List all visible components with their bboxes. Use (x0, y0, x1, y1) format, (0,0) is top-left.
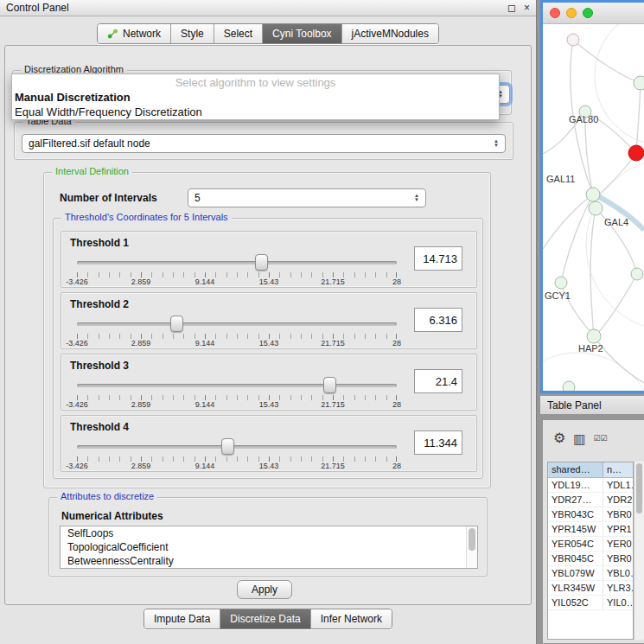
cell[interactable]: YPR1… (603, 522, 633, 536)
node-table[interactable]: shared… n… YDL19… YDL1… YDR27… YDR2… YBR… (547, 462, 634, 640)
network-node-gal11[interactable] (586, 188, 600, 201)
slider-track[interactable] (77, 261, 397, 265)
cell[interactable]: YER054C (548, 537, 603, 551)
table-row[interactable]: YDR27… YDR2… (548, 493, 633, 507)
threshold-2-slider[interactable] (77, 316, 397, 333)
table-row[interactable]: YBR043C YBR0… (548, 507, 633, 522)
network-node-gcy1[interactable] (555, 277, 567, 289)
tab-discretize-data[interactable]: Discretize Data (220, 609, 309, 628)
selected-red-node[interactable] (628, 145, 644, 161)
node-label: GCY1 (545, 290, 571, 301)
cell[interactable]: YLR345W (548, 581, 603, 595)
slider-track[interactable] (77, 322, 397, 326)
tab-impute-data[interactable]: Impute Data (144, 609, 220, 628)
select-columns-icon[interactable]: ☑☑ (594, 435, 608, 443)
table-scrollbar[interactable] (634, 462, 644, 640)
tab-infer-network[interactable]: Infer Network (310, 609, 392, 628)
cell[interactable]: YBR0… (603, 507, 633, 521)
attributes-group: Attributes to discretize Numerical Attri… (48, 497, 488, 577)
tab-style[interactable]: Style (170, 24, 214, 43)
cell[interactable]: YDL19… (548, 478, 603, 492)
network-node[interactable] (631, 268, 643, 280)
cell[interactable]: YER0… (603, 537, 633, 551)
threshold-3-slider[interactable] (77, 377, 397, 394)
scale-label: 15.43 (259, 339, 279, 348)
table-row[interactable]: YBR045C YBR0… (548, 552, 633, 566)
attributes-group-title: Attributes to discretize (57, 491, 157, 501)
threshold-4-value-input[interactable] (414, 430, 462, 455)
list-item[interactable]: SelfLoops (61, 526, 477, 540)
threshold-label: Threshold 2 (70, 298, 129, 310)
cell[interactable]: YIL052C (548, 596, 603, 609)
tab-label: Network (123, 28, 161, 40)
network-node-gal4[interactable] (589, 201, 603, 215)
slider-scale: -3.426 2.859 9.144 15.43 21.715 28 (77, 462, 397, 470)
tab-cyni-toolbox[interactable]: Cyni Toolbox (262, 24, 341, 43)
slider-thumb[interactable] (255, 254, 268, 271)
gear-icon[interactable]: ⚙ (553, 431, 565, 445)
columns-icon[interactable]: ▥ (573, 432, 585, 445)
slider-track[interactable] (77, 384, 397, 387)
float-window-icon[interactable]: ◻ (507, 3, 516, 13)
table-data-combobox[interactable]: galFiltered.sif default node ▲ ▼ (22, 134, 506, 153)
scale-label: 21.715 (321, 339, 345, 348)
table-row[interactable]: YER054C YER0… (548, 537, 633, 552)
slider-thumb[interactable] (221, 438, 234, 455)
cell[interactable]: YBR043C (548, 507, 603, 521)
tab-label: Cyni Toolbox (272, 28, 331, 40)
threshold-3-value-input[interactable] (414, 369, 462, 393)
table-row[interactable]: YDL19… YDL1… (548, 478, 633, 493)
tab-network[interactable]: Network (98, 24, 170, 43)
table-row[interactable]: YLR345W YLR3… (548, 581, 633, 596)
cell[interactable]: YDL1… (603, 478, 633, 492)
scale-label: -3.426 (66, 277, 88, 286)
close-traffic-light[interactable] (550, 8, 560, 18)
scrollbar-thumb[interactable] (636, 463, 642, 513)
column-header-shared-name[interactable]: shared… (548, 462, 603, 477)
apply-button[interactable]: Apply (237, 580, 292, 599)
cell[interactable]: YPR145W (548, 522, 603, 536)
scale-label: 2.859 (131, 277, 151, 286)
dropdown-option-equal-width[interactable]: Equal Width/Frequency Discretization (12, 105, 499, 119)
tab-jactivemnodules[interactable]: jActiveMNodules (341, 24, 438, 43)
cell[interactable]: YBR0… (603, 552, 633, 565)
cell[interactable]: YBL079W (548, 566, 603, 580)
table-panel-window: ⚙ ▥ ☑☑ shared… n… YDL19… YDL1… YDR27… YD… (542, 419, 644, 644)
cell[interactable]: YIL0… (603, 596, 633, 609)
tab-select[interactable]: Select (214, 24, 262, 43)
attributes-list[interactable]: SelfLoops TopologicalCoefficient Between… (60, 526, 478, 569)
threshold-2-value-input[interactable] (414, 308, 462, 332)
number-of-intervals-combobox[interactable]: 5 ▲ ▼ (188, 188, 426, 207)
table-row[interactable]: YPR145W YPR1… (548, 522, 633, 537)
threshold-1-slider[interactable] (77, 254, 397, 271)
cell[interactable]: YBL0… (603, 566, 633, 580)
network-node-hap2[interactable] (587, 329, 601, 343)
list-scrollbar[interactable] (466, 526, 477, 568)
column-header-name[interactable]: n… (603, 462, 633, 477)
close-icon[interactable]: × (524, 3, 530, 13)
cell[interactable]: YLR3… (603, 581, 633, 595)
network-node[interactable] (563, 381, 575, 391)
network-node[interactable] (634, 76, 644, 90)
interval-definition-group: Interval Definition Number of Intervals … (43, 172, 491, 488)
minimize-traffic-light[interactable] (566, 8, 577, 18)
scrollbar-thumb[interactable] (469, 528, 475, 551)
slider-track[interactable] (77, 445, 397, 449)
scale-label: 9.144 (195, 277, 215, 286)
list-item[interactable]: BetweennessCentrality (61, 554, 477, 568)
slider-thumb[interactable] (170, 316, 183, 332)
dropdown-option-manual-discretization[interactable]: Manual Discretization (12, 90, 499, 105)
threshold-1-value-input[interactable] (414, 246, 462, 271)
table-row[interactable]: YBL079W YBL0… (548, 566, 633, 581)
network-canvas[interactable]: GAL80 GAL11 GAL4 GCY1 HAP2 (543, 24, 644, 391)
table-row[interactable]: YIL052C YIL0… (548, 596, 633, 610)
list-item[interactable]: TopologicalCoefficient (61, 540, 477, 554)
scale-label: 28 (392, 400, 401, 409)
cell[interactable]: YDR27… (548, 493, 603, 507)
threshold-4-slider[interactable] (77, 438, 397, 456)
network-node[interactable] (567, 34, 579, 46)
cell[interactable]: YDR2… (603, 493, 633, 507)
zoom-traffic-light[interactable] (583, 8, 593, 18)
cell[interactable]: YBR045C (548, 552, 603, 565)
slider-thumb[interactable] (323, 377, 336, 393)
